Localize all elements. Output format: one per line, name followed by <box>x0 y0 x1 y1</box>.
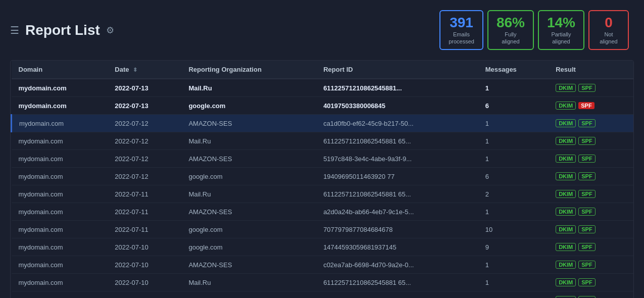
cell-org: Mail.Ru <box>181 79 316 97</box>
cell-messages: 1 <box>478 203 549 221</box>
dkim-badge: DKIM <box>556 243 576 251</box>
dkim-badge: DKIM <box>556 278 576 286</box>
table-row[interactable]: mydomain.com 2022-07-10 google.com 14744… <box>12 238 634 256</box>
col-messages[interactable]: Messages <box>478 61 549 79</box>
stat-not-aligned: 0 Notaligned <box>588 10 629 50</box>
col-report-id[interactable]: Report ID <box>316 61 478 79</box>
cell-domain: mydomain.com <box>12 115 108 132</box>
cell-report-id: 14744593059681937145 <box>316 238 478 256</box>
table-row[interactable]: mydomain.com 2022-07-12 AMAZON-SES 5197c… <box>12 150 634 168</box>
spf-badge: SPF <box>578 243 595 251</box>
table-row[interactable]: mydomain.com 2022-07-13 Mail.Ru 61122571… <box>12 79 634 97</box>
page-title: Report List <box>25 22 100 38</box>
cell-messages: 1 <box>478 274 549 291</box>
spf-badge: SPF <box>578 208 595 216</box>
partially-label: Partiallyaligned <box>547 31 575 45</box>
cell-date: 2022-07-12 <box>108 115 181 132</box>
cell-result: DKIM SPF <box>549 168 633 185</box>
spf-badge: SPF <box>578 172 595 180</box>
not-aligned-value: 0 <box>598 15 620 31</box>
col-reporting-org[interactable]: Reporting Organization <box>181 61 316 79</box>
cell-domain: mydomain.com <box>12 132 108 150</box>
table-row[interactable]: mydomain.com 2022-07-13 google.com 40197… <box>12 97 634 115</box>
cell-date: 2022-07-12 <box>108 168 181 185</box>
table-row[interactable]: mydomain.com 2022-07-11 Mail.Ru 61122571… <box>12 185 634 203</box>
hamburger-icon[interactable]: ☰ <box>10 24 19 36</box>
stat-partially-aligned: 14% Partiallyaligned <box>538 10 584 50</box>
cell-org: AMAZON-SES <box>181 150 316 168</box>
cell-report-id: 61122571210862545881... <box>316 79 478 97</box>
spf-badge: SPF <box>578 102 594 109</box>
col-domain[interactable]: Domain <box>12 61 108 79</box>
fully-value: 86% <box>497 15 525 31</box>
cell-domain: mydomain.com <box>12 221 108 238</box>
table-row[interactable]: mydomain.com 2022-07-11 AMAZON-SES a2d0a… <box>12 203 634 221</box>
cell-messages: 17 <box>478 291 549 298</box>
cell-domain: mydomain.com <box>12 274 108 291</box>
cell-messages: 1 <box>478 79 549 97</box>
dkim-badge: DKIM <box>556 190 576 198</box>
table-header-row: Domain Date ⬍ Reporting Organization Rep… <box>12 61 634 79</box>
settings-icon[interactable]: ⚙ <box>106 25 114 36</box>
dkim-badge: DKIM <box>556 119 576 127</box>
cell-domain: mydomain.com <box>12 97 108 115</box>
dkim-badge: DKIM <box>556 137 576 145</box>
spf-badge: SPF <box>578 137 595 145</box>
cell-result: DKIM SPF <box>549 79 633 97</box>
cell-date: 2022-07-12 <box>108 132 181 150</box>
cell-result: DKIM SPF <box>549 97 633 115</box>
cell-messages: 9 <box>478 238 549 256</box>
cell-report-id: 61122571210862545881 65... <box>316 185 478 203</box>
cell-messages: 2 <box>478 185 549 203</box>
cell-org: AMAZON-SES <box>181 115 316 132</box>
cell-report-id: a2d0a24b-ab66-4eb7-9c1e-5... <box>316 203 478 221</box>
cell-result: DKIM SPF <box>549 132 633 150</box>
spf-badge: SPF <box>578 119 595 127</box>
cell-date: 2022-07-11 <box>108 221 181 238</box>
emails-label: Emailsprocessed <box>449 31 474 45</box>
dkim-badge: DKIM <box>556 172 576 180</box>
table-row[interactable]: mydomain.com 2022-07-09 google.com 85181… <box>12 291 634 298</box>
cell-messages: 1 <box>478 256 549 274</box>
cell-report-id: 40197503380006845 <box>316 97 478 115</box>
cell-date: 2022-07-10 <box>108 256 181 274</box>
cell-org: Mail.Ru <box>181 185 316 203</box>
cell-result: DKIM SPF <box>549 115 633 132</box>
cell-report-id: 8518199884603701578 <box>316 291 478 298</box>
dkim-badge: DKIM <box>556 225 576 233</box>
fully-label: Fullyaligned <box>497 31 525 45</box>
table-row[interactable]: mydomain.com 2022-07-10 AMAZON-SES c02ea… <box>12 256 634 274</box>
col-date[interactable]: Date ⬍ <box>108 61 181 79</box>
cell-report-id: ca1d0fb0-ef62-45c9-b217-50... <box>316 115 478 132</box>
cell-org: Mail.Ru <box>181 132 316 150</box>
table-row[interactable]: mydomain.com 2022-07-10 Mail.Ru 61122571… <box>12 274 634 291</box>
cell-result: DKIM SPF <box>549 291 633 298</box>
table-row[interactable]: mydomain.com 2022-07-11 google.com 70779… <box>12 221 634 238</box>
cell-domain: mydomain.com <box>12 256 108 274</box>
cell-result: DKIM SPF <box>549 185 633 203</box>
cell-messages: 6 <box>478 168 549 185</box>
cell-date: 2022-07-13 <box>108 79 181 97</box>
cell-domain: mydomain.com <box>12 150 108 168</box>
cell-org: AMAZON-SES <box>181 203 316 221</box>
cell-org: google.com <box>181 291 316 298</box>
cell-report-id: 61122571210862545881 65... <box>316 274 478 291</box>
cell-date: 2022-07-12 <box>108 150 181 168</box>
partially-value: 14% <box>547 15 575 31</box>
header: ☰ Report List ⚙ 391 Emailsprocessed 86% … <box>0 0 644 55</box>
cell-date: 2022-07-10 <box>108 274 181 291</box>
table-row[interactable]: mydomain.com 2022-07-12 Mail.Ru 61122571… <box>12 132 634 150</box>
cell-org: AMAZON-SES <box>181 256 316 274</box>
cell-domain: mydomain.com <box>12 185 108 203</box>
spf-badge: SPF <box>578 155 595 163</box>
cell-org: google.com <box>181 238 316 256</box>
cell-report-id: 61122571210862545881 65... <box>316 132 478 150</box>
table-row[interactable]: mydomain.com 2022-07-12 AMAZON-SES ca1d0… <box>12 115 634 132</box>
table-row[interactable]: mydomain.com 2022-07-12 google.com 19409… <box>12 168 634 185</box>
cell-domain: mydomain.com <box>12 203 108 221</box>
cell-domain: mydomain.com <box>12 168 108 185</box>
cell-result: DKIM SPF <box>549 274 633 291</box>
spf-badge: SPF <box>578 261 595 269</box>
col-result[interactable]: Result <box>549 61 633 79</box>
cell-messages: 1 <box>478 115 549 132</box>
